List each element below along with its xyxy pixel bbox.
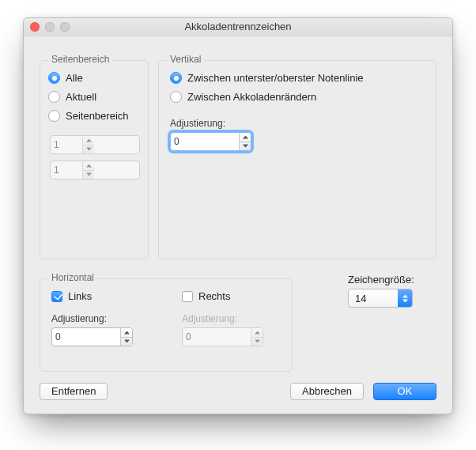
radio-between-margins[interactable]: Zwischen Akkoladenrändern — [170, 91, 428, 103]
vertical-adjust-stepper[interactable] — [170, 132, 251, 151]
close-icon[interactable] — [30, 22, 40, 32]
step-down-icon[interactable] — [121, 338, 132, 346]
group-title-horizontal: Horizontal — [48, 272, 97, 283]
titlebar: Akkoladentrennzeichen — [24, 18, 452, 36]
checkbox-label: Links — [68, 290, 92, 302]
group-page-range: Seitenbereich Alle Aktuell Seitenbereich — [40, 60, 149, 259]
horiz-left-adjust-stepper[interactable] — [51, 327, 133, 346]
radio-icon — [170, 91, 182, 103]
ok-button[interactable]: OK — [373, 383, 436, 400]
radio-all[interactable]: Alle — [48, 72, 140, 84]
radio-label: Zwischen Akkoladenrändern — [187, 91, 316, 103]
stepper-controls — [82, 136, 94, 153]
select-arrows-icon — [398, 289, 412, 307]
radio-label: Aktuell — [66, 91, 96, 103]
vertical-adjust-input[interactable] — [171, 133, 239, 150]
stepper-controls — [251, 328, 263, 346]
radio-icon — [48, 72, 60, 84]
minimize-icon — [45, 22, 55, 32]
stepper-controls[interactable] — [120, 328, 132, 346]
step-up-icon[interactable] — [121, 328, 132, 338]
checkbox-left[interactable]: Links — [51, 290, 150, 302]
char-size-value: 14 — [349, 293, 398, 304]
checkbox-icon — [182, 291, 193, 302]
char-size-select[interactable]: 14 — [348, 289, 413, 308]
page-to-input — [51, 161, 82, 179]
zoom-icon — [60, 22, 70, 32]
remove-button[interactable]: Entfernen — [40, 383, 108, 400]
radio-icon — [48, 91, 60, 103]
stepper-controls[interactable] — [239, 133, 251, 150]
radio-label: Alle — [66, 72, 83, 84]
group-title-vertical: Vertikal — [167, 54, 204, 65]
group-horizontal: Horizontal Links Adjustierung: — [40, 278, 293, 372]
checkbox-label: Rechts — [198, 290, 230, 302]
horiz-left-adjust-label: Adjustierung: — [51, 313, 150, 324]
radio-current[interactable]: Aktuell — [48, 91, 140, 103]
dialog-window: Akkoladentrennzeichen Seitenbereich Alle… — [23, 17, 453, 414]
group-vertical: Vertikal Zwischen unterster/oberster Not… — [158, 60, 436, 259]
step-up-icon[interactable] — [240, 133, 251, 142]
window-title: Akkoladentrennzeichen — [184, 21, 291, 32]
radio-between-lines[interactable]: Zwischen unterster/oberster Notenlinie — [170, 72, 428, 84]
radio-icon — [170, 72, 182, 84]
radio-range[interactable]: Seitenbereich — [48, 110, 140, 122]
radio-label: Seitenbereich — [66, 110, 129, 122]
cancel-button[interactable]: Abbrechen — [290, 383, 364, 400]
group-title-page-range: Seitenbereich — [48, 54, 112, 65]
stepper-controls — [82, 161, 94, 179]
horiz-right-adjust-label: Adjustierung: — [182, 313, 281, 324]
horiz-left-adjust-input[interactable] — [52, 328, 120, 346]
char-size-label: Zeichengröße: — [348, 274, 443, 286]
horiz-right-adjust-stepper — [182, 327, 263, 346]
horiz-right-adjust-input — [183, 328, 251, 346]
page-from-input — [51, 136, 82, 153]
vertical-adjust-label: Adjustierung: — [170, 118, 428, 129]
checkbox-icon — [51, 291, 62, 302]
radio-label: Zwischen unterster/oberster Notenlinie — [187, 72, 364, 84]
page-from-stepper — [50, 135, 140, 154]
checkbox-right[interactable]: Rechts — [182, 290, 281, 302]
page-to-stepper — [50, 161, 140, 180]
step-down-icon[interactable] — [240, 142, 251, 151]
radio-icon — [48, 110, 60, 122]
